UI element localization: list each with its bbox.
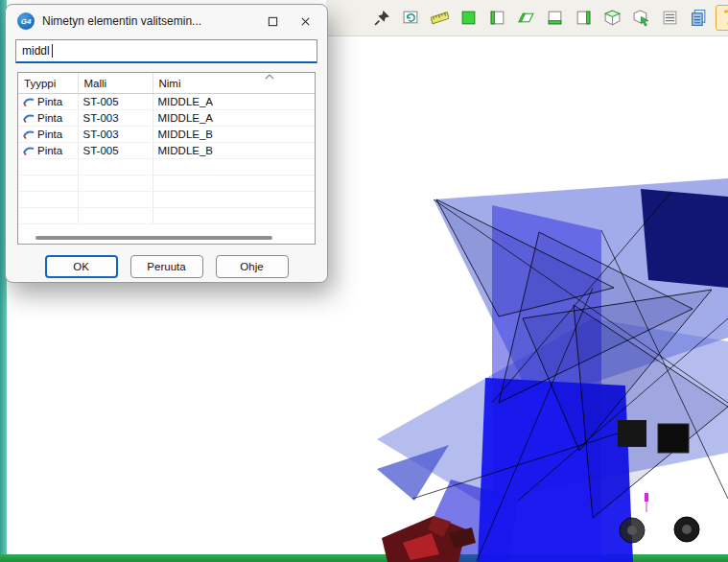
filter-field — [15, 39, 317, 63]
column-header-model[interactable]: Malli — [78, 73, 153, 94]
empty-table-row — [18, 176, 315, 192]
maximize-button[interactable] — [256, 8, 289, 35]
row-model-label: ST-005 — [78, 94, 153, 110]
dialog-title: Nimetyn elementin valitsemin... — [42, 14, 256, 28]
empty-table-row — [18, 159, 315, 176]
surface-icon — [23, 112, 35, 124]
cancel-button[interactable]: Peruuta — [130, 255, 203, 278]
ok-button[interactable]: OK — [45, 255, 118, 278]
row-type-label: Pinta — [37, 96, 62, 107]
row-name-label: MIDDLE_B — [153, 127, 315, 143]
help-button[interactable]: Ohje — [216, 255, 289, 278]
model-geometry — [377, 178, 728, 562]
close-button[interactable] — [289, 8, 321, 35]
column-header-name[interactable]: Nimi — [153, 73, 315, 94]
update-window-icon[interactable] — [399, 6, 423, 30]
row-name-label: MIDDLE_A — [153, 94, 315, 110]
workplane-right-icon[interactable] — [572, 6, 596, 30]
table-row[interactable]: Pinta ST-005 MIDDLE_A — [18, 94, 315, 110]
row-name-label: MIDDLE_B — [153, 143, 315, 159]
text-caret — [52, 44, 53, 58]
empty-table-row — [18, 192, 315, 208]
sort-up-icon — [265, 74, 274, 80]
cube-pick-icon[interactable] — [629, 6, 653, 30]
row-type-label: Pinta — [37, 145, 62, 156]
table-row[interactable]: Pinta ST-005 MIDDLE_B — [18, 143, 315, 159]
row-model-label: ST-003 — [78, 127, 153, 143]
measure-ruler-icon[interactable] — [428, 6, 452, 30]
row-model-label: ST-003 — [78, 110, 153, 127]
cube-outline-icon[interactable] — [600, 6, 624, 30]
table-header-row: Tyyppi Malli Nimi — [18, 73, 315, 94]
row-type-label: Pinta — [37, 129, 62, 140]
row-type-label: Pinta — [37, 112, 62, 124]
row-name-label: MIDDLE_A — [153, 110, 315, 127]
row-list-icon[interactable] — [658, 6, 682, 30]
scrollbar-thumb[interactable] — [35, 236, 272, 240]
element-table: Tyyppi Malli Nimi Pinta ST-005 MIDDLE_A … — [17, 72, 316, 245]
workplane-filled-icon[interactable] — [457, 6, 481, 30]
dialog-buttons: OK Peruuta Ohje — [6, 255, 327, 278]
top-toolbar — [326, 0, 728, 36]
filter-input[interactable] — [15, 39, 317, 63]
layers-icon[interactable] — [687, 6, 711, 30]
element-table-body: Pinta ST-005 MIDDLE_A Pinta ST-003 MIDDL… — [18, 94, 315, 224]
horizontal-scrollbar — [22, 236, 311, 241]
surface-icon — [23, 96, 35, 107]
g4-app-icon: G4 — [17, 12, 35, 30]
workplane-bottom-icon[interactable] — [543, 6, 567, 30]
named-element-dialog: G4 Nimetyn elementin valitsemin... Tyypp… — [5, 4, 328, 283]
dialog-titlebar: G4 Nimetyn elementin valitsemin... — [6, 5, 327, 37]
table-row[interactable]: Pinta ST-003 MIDDLE_A — [18, 110, 315, 127]
hook-icon[interactable] — [716, 5, 728, 31]
empty-table-row — [18, 208, 315, 224]
surface-icon — [23, 145, 35, 156]
workplane-top-icon[interactable] — [514, 6, 538, 30]
pin-icon[interactable] — [370, 6, 394, 30]
column-header-type[interactable]: Tyyppi — [18, 73, 78, 94]
surface-icon — [23, 129, 35, 140]
workplane-left-icon[interactable] — [485, 6, 509, 30]
row-model-label: ST-005 — [78, 143, 153, 159]
table-row[interactable]: Pinta ST-003 MIDDLE_B — [18, 127, 315, 143]
